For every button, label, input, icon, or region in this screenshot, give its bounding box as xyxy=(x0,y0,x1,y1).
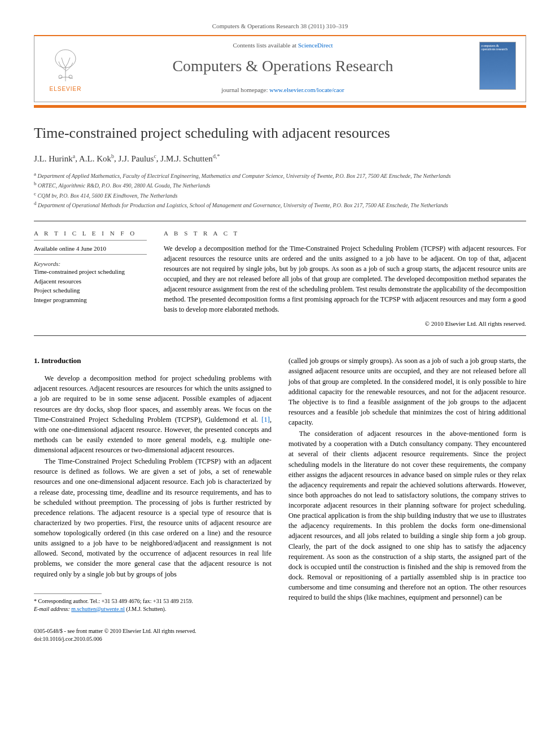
elsevier-label: ELSEVIER xyxy=(50,86,82,92)
contents-available: Contents lists available at ScienceDirec… xyxy=(97,42,469,49)
orange-divider xyxy=(34,105,526,108)
abstract-copyright: © 2010 Elsevier Ltd. All rights reserved… xyxy=(164,320,526,327)
para-1: We develop a decomposition method for pr… xyxy=(34,373,272,455)
journal-header: ELSEVIER Contents lists available at Sci… xyxy=(34,35,526,102)
keywords-list: Time-constrained project scheduling Adja… xyxy=(34,267,147,304)
section-1-heading: 1. Introduction xyxy=(34,356,272,366)
ref-link-1[interactable]: [1] xyxy=(261,416,270,423)
abstract: A B S T R A C T We develop a decompositi… xyxy=(164,230,526,327)
journal-cover-thumb: computers & operations research xyxy=(469,36,526,102)
elsevier-tree-icon xyxy=(49,46,82,86)
para-4: The consideration of adjacent resources … xyxy=(288,429,526,602)
page-container: Computers & Operations Research 38 (2011… xyxy=(0,0,560,666)
homepage-link[interactable]: www.elsevier.com/locate/caor xyxy=(269,86,344,93)
divider-bottom xyxy=(34,335,526,336)
para-3: (called job groups or simply groups). As… xyxy=(288,356,526,427)
column-left: 1. Introduction We develop a decompositi… xyxy=(34,356,272,643)
available-online: Available online 4 June 2010 xyxy=(34,245,147,252)
authors-line: J.L. Hurinka, A.L. Kokb, J.J. Paulusc, J… xyxy=(34,153,526,164)
abstract-text: We develop a decomposition method for th… xyxy=(164,243,526,314)
email-link[interactable]: m.schutten@utwente.nl xyxy=(71,606,125,612)
journal-homepage: journal homepage: www.elsevier.com/locat… xyxy=(97,86,469,93)
cover-image: computers & operations research xyxy=(479,42,516,90)
keywords-label: Keywords: xyxy=(34,260,147,267)
sciencedirect-link[interactable]: ScienceDirect xyxy=(298,42,333,49)
divider-top xyxy=(34,221,526,221)
doi-block: 0305-0548/$ - see front matter © 2010 El… xyxy=(34,627,272,643)
para-2: The Time-Constrained Project Scheduling … xyxy=(34,456,272,579)
header-center: Contents lists available at ScienceDirec… xyxy=(97,36,469,102)
body-columns: 1. Introduction We develop a decompositi… xyxy=(34,356,526,643)
info-abstract-row: A R T I C L E I N F O Available online 4… xyxy=(34,230,526,327)
journal-reference: Computers & Operations Research 38 (2011… xyxy=(34,23,526,29)
article-info-heading: A R T I C L E I N F O xyxy=(34,230,147,237)
journal-name: Computers & Operations Research xyxy=(97,57,469,75)
affiliations: a Department of Applied Mathematics, Fac… xyxy=(34,171,526,209)
abstract-heading: A B S T R A C T xyxy=(164,230,526,237)
svg-point-0 xyxy=(55,50,76,68)
article-info: A R T I C L E I N F O Available online 4… xyxy=(34,230,147,327)
elsevier-logo: ELSEVIER xyxy=(34,36,97,102)
corresponding-author-footnote: * Corresponding author. Tel.: +31 53 489… xyxy=(34,597,272,613)
footnote-rule xyxy=(34,593,102,594)
article-title: Time-constrained project scheduling with… xyxy=(34,125,526,142)
column-right: (called job groups or simply groups). As… xyxy=(288,356,526,643)
